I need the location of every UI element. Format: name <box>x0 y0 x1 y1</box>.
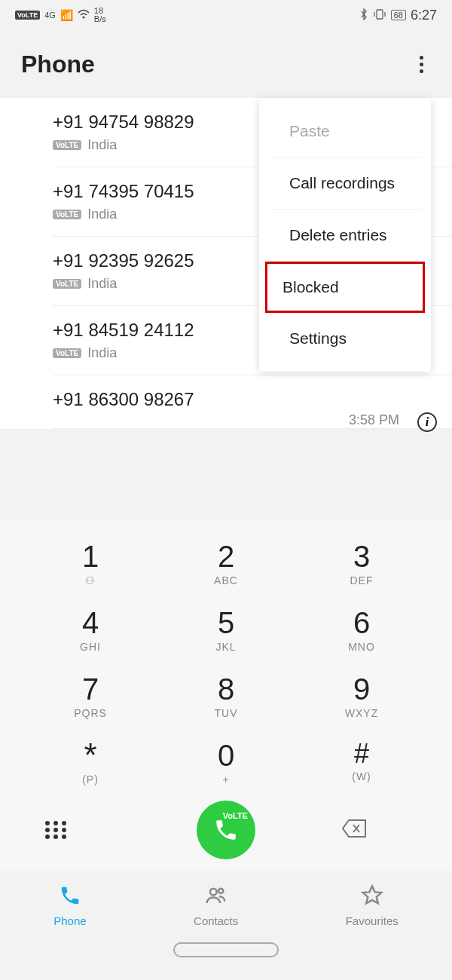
dial-letters: PQRS <box>38 707 143 719</box>
dial-letters: ABC <box>173 574 279 586</box>
nav-label: Contacts <box>194 914 238 927</box>
star-icon <box>361 884 383 910</box>
dial-letters: DEF <box>309 574 414 586</box>
nav-label: Favourites <box>346 914 399 927</box>
call-country: India <box>87 207 117 222</box>
dial-key-5[interactable]: 5JKL <box>173 602 279 659</box>
call-country: India <box>87 345 117 361</box>
dial-key-9[interactable]: 9WXYZ <box>309 668 414 725</box>
call-country: India <box>87 137 117 153</box>
nav-contacts[interactable]: Contacts <box>194 884 238 927</box>
wifi-icon <box>78 9 90 22</box>
dial-digit: 2 <box>173 541 279 571</box>
svg-point-3 <box>218 889 223 893</box>
menu-item-call-recordings[interactable]: Call recordings <box>270 158 420 210</box>
info-icon[interactable]: i <box>417 412 437 432</box>
dial-key-8[interactable]: 8TUV <box>173 668 279 725</box>
dial-digit: 0 <box>173 740 279 770</box>
app-header: Phone <box>0 30 452 98</box>
svg-point-2 <box>210 889 217 896</box>
volte-badge: VoLTE <box>53 140 81 150</box>
dial-key-3[interactable]: 3DEF <box>309 535 414 593</box>
dial-letters: TUV <box>173 707 279 719</box>
network-type: 4G <box>44 11 56 20</box>
call-country: India <box>87 276 117 292</box>
backspace-button[interactable] <box>301 813 407 847</box>
call-log-item[interactable]: +91 86300 982673:58 PMi <box>53 375 452 429</box>
status-bar: VoLTE 4G 📶 18 B/s 68 6:27 <box>0 0 452 30</box>
dial-letters: JKL <box>173 641 279 653</box>
dial-letters: + <box>173 773 279 786</box>
call-time: 3:58 PM <box>349 412 399 428</box>
nav-phone[interactable]: Phone <box>53 884 86 927</box>
volte-badge: VoLTE <box>53 210 81 219</box>
vibrate-icon <box>373 8 386 23</box>
phone-icon <box>59 884 81 910</box>
volte-badge: VoLTE <box>53 279 81 289</box>
dial-letters: GHI <box>38 641 143 653</box>
dial-letters: MNO <box>309 641 414 653</box>
dial-digit: 6 <box>309 608 414 638</box>
bottom-navigation: PhoneContactsFavourites <box>0 871 452 980</box>
more-dot-icon <box>420 69 423 73</box>
backspace-icon <box>341 819 367 838</box>
speed-unit: B/s <box>94 15 106 23</box>
volte-badge: VoLTE <box>15 11 40 20</box>
dial-letters: WXYZ <box>309 707 414 719</box>
dial-digit: 4 <box>38 608 143 638</box>
more-options-button[interactable] <box>412 48 431 81</box>
svg-point-0 <box>82 16 84 18</box>
menu-item-settings[interactable]: Settings <box>270 313 420 364</box>
dial-letters: (P) <box>38 773 143 786</box>
dial-key-7[interactable]: 7PQRS <box>38 668 143 725</box>
call-button-label: VoLTE <box>223 811 248 820</box>
menu-item-delete-entries[interactable]: Delete entries <box>270 210 420 262</box>
dial-letters: ⚇ <box>38 574 143 586</box>
dial-key-*[interactable]: *(P) <box>38 734 143 792</box>
dial-key-2[interactable]: 2ABC <box>173 535 279 593</box>
dial-key-6[interactable]: 6MNO <box>309 602 414 659</box>
more-dot-icon <box>420 56 423 60</box>
home-indicator[interactable] <box>173 942 279 957</box>
call-button[interactable]: VoLTE <box>197 801 255 859</box>
clock: 6:27 <box>411 8 437 23</box>
dial-key-4[interactable]: 4GHI <box>38 602 143 659</box>
dial-digit: * <box>38 740 143 770</box>
phone-icon <box>213 817 239 843</box>
dial-digit: 8 <box>173 674 279 704</box>
nav-label: Phone <box>53 914 86 927</box>
dial-letters: (W) <box>309 770 414 782</box>
dial-digit: 7 <box>38 674 143 704</box>
dial-digit: 9 <box>309 674 414 704</box>
volte-badge: VoLTE <box>53 348 81 358</box>
dial-digit: 3 <box>309 541 414 571</box>
menu-item-blocked[interactable]: Blocked <box>265 262 425 313</box>
dial-key-0[interactable]: 0+ <box>173 734 279 792</box>
page-title: Phone <box>21 51 95 78</box>
dial-key-#[interactable]: #(W) <box>309 734 414 792</box>
signal-icon: 📶 <box>60 9 73 21</box>
call-number: +91 86300 98267 <box>53 389 431 410</box>
dial-digit: 5 <box>173 608 279 638</box>
dialpad-toggle-button[interactable] <box>45 815 151 845</box>
options-dropdown: PasteCall recordingsDelete entriesBlocke… <box>259 98 431 372</box>
bluetooth-icon <box>359 8 368 23</box>
nav-favourites[interactable]: Favourites <box>346 884 399 927</box>
menu-item-paste: Paste <box>270 106 420 158</box>
contacts-icon <box>205 884 228 910</box>
more-dot-icon <box>420 63 423 66</box>
dial-key-1[interactable]: 1⚇ <box>38 535 143 593</box>
svg-rect-1 <box>377 10 383 19</box>
dialpad: 1⚇2ABC3DEF4GHI5JKL6MNO7PQRS8TUV9WXYZ*(P)… <box>0 520 452 871</box>
grid-icon <box>45 821 68 839</box>
dial-digit: # <box>309 740 414 767</box>
dial-digit: 1 <box>38 541 143 571</box>
battery-level: 68 <box>391 10 406 20</box>
